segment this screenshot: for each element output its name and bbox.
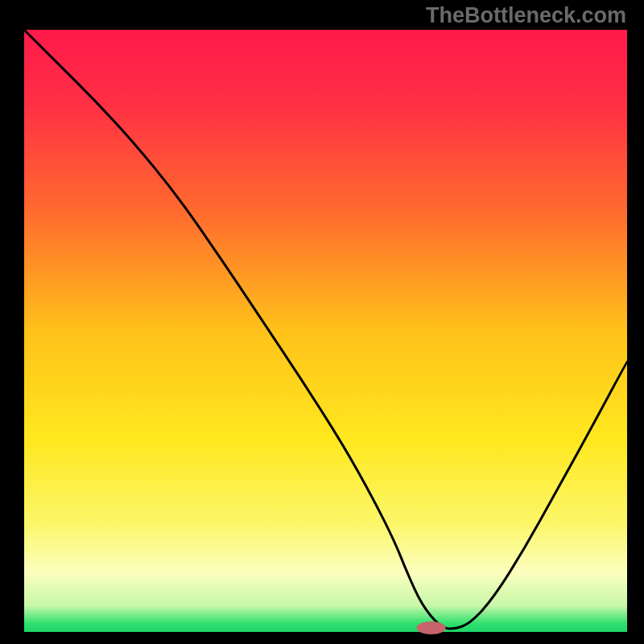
bottleneck-chart xyxy=(0,0,644,644)
chart-frame: TheBottleneck.com xyxy=(0,0,644,644)
optimal-marker xyxy=(417,621,446,634)
